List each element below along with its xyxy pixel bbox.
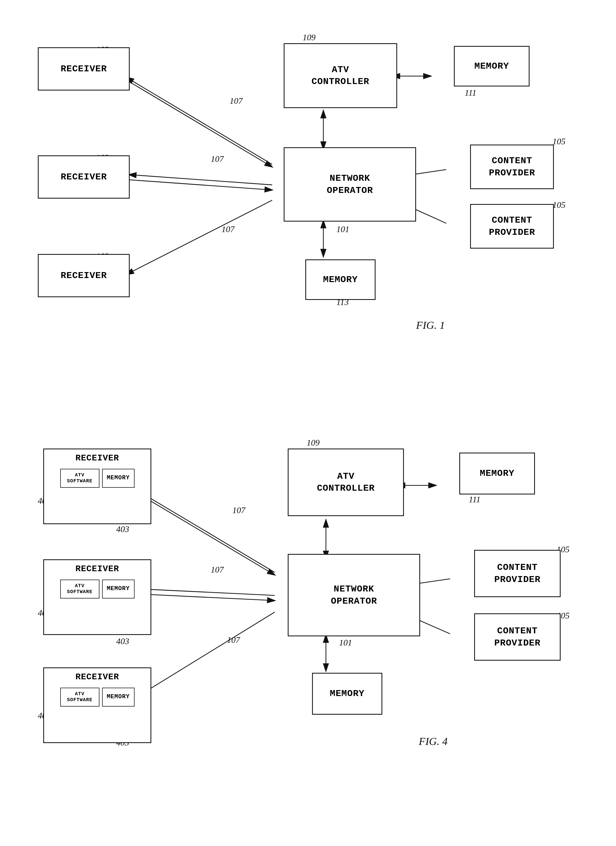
atv-software-sub2: ATVSOFTWARE xyxy=(60,580,100,598)
content-provider2-box-fig1: CONTENTPROVIDER xyxy=(470,204,554,248)
svg-line-9 xyxy=(129,175,272,185)
receiver2-box-fig4: RECEIVER ATVSOFTWARE MEMORY xyxy=(43,559,151,635)
page: 109 111 101 113 103 103 103 105 105 107 … xyxy=(0,0,616,846)
ref-109-fig1: 109 xyxy=(303,32,315,43)
memory-sub1: MEMORY xyxy=(102,469,135,488)
memory-top-box-fig1: MEMORY xyxy=(454,46,529,87)
receiver1-box-fig4: RECEIVER ATVSOFTWARE MEMORY xyxy=(43,448,151,524)
atv-software-sub3: ATVSOFTWARE xyxy=(60,688,100,706)
memory-bottom-box-fig4: MEMORY xyxy=(312,673,382,715)
receiver3-box-fig4: RECEIVER ATVSOFTWARE MEMORY xyxy=(43,667,151,743)
memory-sub2: MEMORY xyxy=(102,580,135,598)
svg-line-7 xyxy=(126,77,272,164)
content-provider2-box-fig4: CONTENTPROVIDER xyxy=(474,613,560,661)
fig1-diagram: 109 111 101 113 103 103 103 105 105 107 … xyxy=(16,16,600,395)
memory-sub3: MEMORY xyxy=(102,688,135,706)
svg-line-11 xyxy=(126,200,272,275)
svg-line-20 xyxy=(142,495,275,575)
content-provider1-box-fig4: CONTENTPROVIDER xyxy=(474,550,560,597)
receiver2-box-fig1: RECEIVER xyxy=(38,156,130,198)
ref-403b-fig4: 403 xyxy=(116,636,129,646)
network-operator-box-fig1: NETWORKOPERATOR xyxy=(284,147,416,222)
memory-top-box-fig4: MEMORY xyxy=(459,452,535,495)
ref-403a-fig4: 403 xyxy=(116,524,129,534)
receiver3-box-fig1: RECEIVER xyxy=(38,254,130,297)
atv-controller-box-fig1: ATVCONTROLLER xyxy=(284,43,397,108)
svg-line-23 xyxy=(142,612,275,694)
memory-bottom-box-fig1: MEMORY xyxy=(305,259,375,300)
ref-101-fig1: 101 xyxy=(336,224,349,234)
fig4-diagram: 109 111 101 113 103 103 103 105 105 401 … xyxy=(16,422,600,846)
ref-107b-fig4: 107 xyxy=(211,565,224,575)
atv-software-sub1: ATVSOFTWARE xyxy=(60,469,100,488)
ref-111-fig1: 111 xyxy=(465,88,476,98)
ref-111-fig4: 111 xyxy=(469,495,480,504)
ref-105a-fig1: 105 xyxy=(553,137,566,147)
ref-107c-fig1: 107 xyxy=(221,224,235,234)
atv-controller-box-fig4: ATVCONTROLLER xyxy=(288,448,404,516)
fig4-label: FIG. 4 xyxy=(419,735,448,748)
svg-line-22 xyxy=(142,594,275,601)
svg-line-8 xyxy=(126,80,272,167)
ref-107a-fig1: 107 xyxy=(230,96,243,106)
ref-107b-fig1: 107 xyxy=(211,154,224,164)
ref-109-fig4: 109 xyxy=(307,438,320,448)
ref-105b-fig1: 105 xyxy=(553,200,566,210)
network-operator-box-fig4: NETWORKOPERATOR xyxy=(288,554,420,636)
receiver1-box-fig1: RECEIVER xyxy=(38,47,130,91)
fig1-label: FIG. 1 xyxy=(416,319,445,332)
ref-101-fig4: 101 xyxy=(339,638,352,648)
svg-line-10 xyxy=(129,180,272,190)
content-provider1-box-fig1: CONTENTPROVIDER xyxy=(470,145,554,189)
ref-107a-fig4: 107 xyxy=(232,505,245,515)
svg-line-21 xyxy=(142,589,275,596)
svg-line-19 xyxy=(142,493,275,573)
ref-107c-fig4: 107 xyxy=(227,635,240,645)
